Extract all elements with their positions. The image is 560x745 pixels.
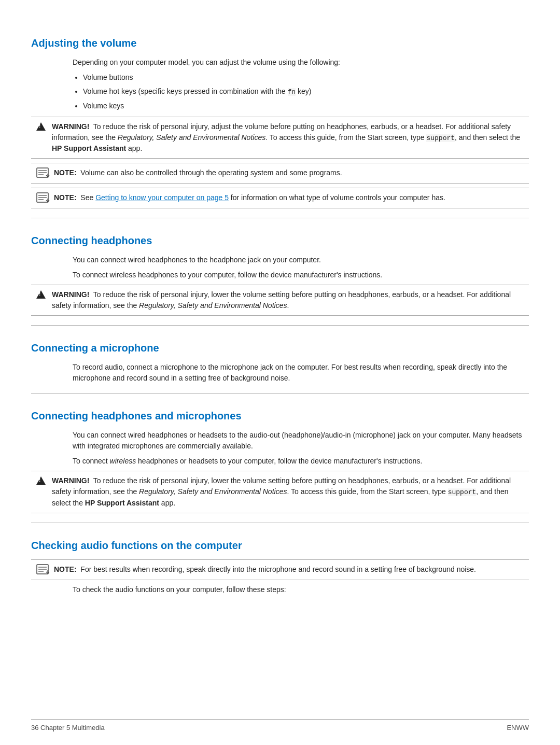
list-item: Volume hot keys (specific keys pressed i…: [83, 86, 529, 97]
intro-paragraph: Depending on your computer model, you ca…: [73, 57, 529, 68]
regulatory-notice-italic-3: Regulatory, Safety and Environmental Not…: [139, 487, 287, 496]
warning-label: WARNING!: [52, 122, 89, 131]
hp-support-assistant-bold: HP Support Assistant: [52, 144, 126, 152]
warning-content-headphones-mic: WARNING! To reduce the risk of personal …: [52, 475, 523, 509]
support-code-2: support: [448, 488, 477, 496]
warning-label-2: WARNING!: [52, 290, 89, 299]
list-item: Volume buttons: [83, 72, 529, 83]
note-content-2: NOTE: See Getting to know your computer …: [54, 192, 523, 203]
note-icon-2: [36, 192, 50, 204]
list-item: Volume keys: [83, 101, 529, 111]
note-icon-1: [36, 167, 50, 179]
warning-triangle-icon-3: [36, 476, 46, 485]
headphones-mic-intro: You can connect wired headphones or head…: [73, 430, 529, 452]
note-box-audio: NOTE: For best results when recording, s…: [31, 559, 529, 580]
fn-key-code: fn: [288, 88, 296, 96]
divider-3: [31, 393, 529, 393]
warning-box-headphones: WARNING! To reduce the risk of personal …: [31, 285, 529, 316]
headphones-wireless: To connect wireless headphones to your c…: [73, 270, 529, 280]
note-label-2: NOTE:: [54, 193, 77, 202]
section-title-checking-audio: Checking audio functions on the computer: [31, 538, 529, 553]
headphones-intro: You can connect wired headphones to the …: [73, 255, 529, 265]
wireless-italic: wireless: [110, 457, 136, 465]
note-text-1: Volume can also be controlled through th…: [80, 168, 342, 177]
section-title-connecting-headphones-microphones: Connecting headphones and microphones: [31, 408, 529, 424]
section-title-connecting-headphones: Connecting headphones: [31, 233, 529, 248]
note-label-1: NOTE:: [54, 168, 77, 177]
getting-to-know-link[interactable]: Getting to know your computer on page 5: [95, 193, 229, 202]
warning-content-headphones: WARNING! To reduce the risk of personal …: [52, 289, 523, 311]
hp-support-assistant-bold-2: HP Support Assistant: [85, 499, 159, 507]
volume-bullets-list: Volume buttons Volume hot keys (specific…: [83, 72, 529, 111]
warning-box-volume: WARNING! To reduce the risk of personal …: [31, 117, 529, 159]
headphones-mic-wireless: To connect wireless headphones or headse…: [73, 456, 529, 467]
divider-4: [31, 523, 529, 523]
note-content-audio: NOTE: For best results when recording, s…: [54, 564, 523, 575]
note-icon-3: [36, 564, 50, 575]
volume-intro-text: Depending on your computer model, you ca…: [73, 57, 529, 68]
support-code: support: [426, 134, 455, 142]
regulatory-notice-italic-2: Regulatory, Safety and Environmental Not…: [139, 301, 287, 310]
warning-label-3: WARNING!: [52, 476, 89, 485]
note-content-1: NOTE: Volume can also be controlled thro…: [54, 167, 523, 178]
regulatory-notice-italic: Regulatory, Safety and Environmental Not…: [118, 133, 265, 142]
warning-content-volume: WARNING! To reduce the risk of personal …: [52, 121, 523, 154]
divider-2: [31, 325, 529, 326]
footer-right: ENWW: [507, 723, 529, 733]
note-label-audio: NOTE:: [54, 565, 77, 573]
divider-1: [31, 218, 529, 218]
microphone-intro: To record audio, connect a microphone to…: [73, 362, 529, 384]
warning-box-headphones-mic: WARNING! To reduce the risk of personal …: [31, 471, 529, 513]
headphones-para-1: You can connect wired headphones to the …: [73, 255, 529, 265]
page-footer: 36 Chapter 5 Multimedia ENWW: [31, 719, 529, 733]
headphones-mic-para-1: You can connect wired headphones or head…: [73, 430, 529, 452]
note-box-volume-2: NOTE: See Getting to know your computer …: [31, 188, 529, 208]
microphone-para-1: To record audio, connect a microphone to…: [73, 362, 529, 384]
checking-audio-para-1: To check the audio functions on your com…: [73, 584, 529, 595]
warning-triangle-icon: [36, 122, 46, 131]
headphones-para-2: To connect wireless headphones to your c…: [73, 270, 529, 280]
headphones-mic-para-2: To connect wireless headphones or headse…: [73, 456, 529, 467]
note-text-audio: For best results when recording, speak d…: [80, 565, 476, 573]
checking-audio-intro: To check the audio functions on your com…: [73, 584, 529, 595]
section-title-connecting-microphone: Connecting a microphone: [31, 340, 529, 356]
section-title-adjusting-volume: Adjusting the volume: [31, 35, 529, 51]
footer-left: 36 Chapter 5 Multimedia: [31, 723, 105, 733]
warning-triangle-icon-2: [36, 290, 46, 299]
note-box-volume-1: NOTE: Volume can also be controlled thro…: [31, 163, 529, 184]
